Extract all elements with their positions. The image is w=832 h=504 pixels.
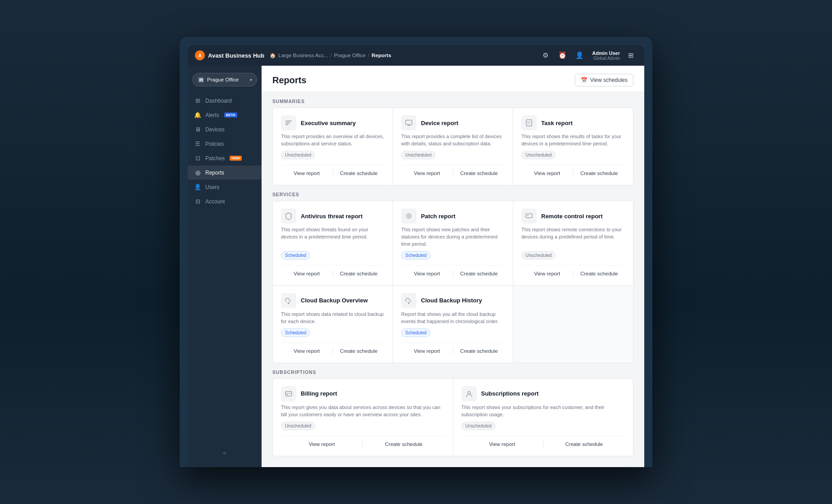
- device-report-icon: [401, 115, 416, 130]
- view-report-button[interactable]: View report: [281, 346, 333, 356]
- create-schedule-button[interactable]: Create schedule: [333, 169, 385, 178]
- user-role: Global Admin: [593, 56, 620, 61]
- sidebar-item-label: Policies: [205, 141, 224, 147]
- cloud-backup-history-desc: Report that shows you all the cloud back…: [401, 311, 505, 325]
- view-report-button[interactable]: View report: [461, 440, 543, 449]
- sidebar-item-account[interactable]: ⊟ Account: [188, 194, 262, 208]
- devices-icon: 🖥: [194, 126, 201, 133]
- new-badge: NEW: [230, 156, 242, 161]
- sidebar-item-users[interactable]: 👤 Users: [188, 180, 262, 194]
- status-badge-unscheduled: Unscheduled: [281, 422, 315, 430]
- create-schedule-button[interactable]: Create schedule: [543, 440, 625, 449]
- breadcrumb-account[interactable]: Large Business Acc...: [278, 53, 328, 58]
- patch-title: Patch report: [421, 213, 456, 220]
- antivirus-title: Antivirus threat report: [301, 213, 362, 220]
- cloud-backup-history-icon: [401, 293, 416, 308]
- main-header: Reports 📅 View schedules: [262, 66, 644, 92]
- view-report-button[interactable]: View report: [281, 169, 333, 178]
- create-schedule-button[interactable]: Create schedule: [453, 346, 505, 356]
- sidebar-item-dashboard[interactable]: ⊞ Dashboard: [188, 94, 262, 108]
- section-subscriptions-label: SUBSCRIPTIONS: [262, 363, 644, 378]
- executive-summary-title: Executive summary: [301, 120, 356, 126]
- executive-summary-actions: View report Create schedule: [281, 165, 384, 178]
- sidebar-item-devices[interactable]: 🖥 Devices: [188, 122, 262, 136]
- svg-rect-9: [285, 392, 292, 396]
- svg-rect-0: [285, 121, 292, 122]
- section-summaries-label: SUMMARIES: [262, 92, 644, 108]
- breadcrumb: 🏠 Large Business Acc... / Prague Office …: [270, 53, 534, 58]
- sidebar-item-label: Users: [205, 184, 219, 190]
- report-card-cloud-backup-overview: Cloud Backup Overview This report shows …: [273, 286, 393, 363]
- org-name: Prague Office: [207, 77, 239, 82]
- device-report-desc: This report provides a complete list of …: [401, 133, 505, 148]
- sidebar-item-reports[interactable]: ◎ Reports: [188, 166, 262, 180]
- svg-rect-5: [526, 120, 532, 126]
- device-report-actions: View report Create schedule: [401, 165, 505, 178]
- task-report-icon: [521, 115, 537, 130]
- create-schedule-button[interactable]: Create schedule: [574, 169, 625, 178]
- view-report-button[interactable]: View report: [281, 269, 333, 278]
- remote-control-desc: This report shows remote connections to …: [521, 226, 625, 248]
- create-schedule-button[interactable]: Create schedule: [333, 346, 385, 356]
- reports-icon: ◎: [194, 169, 201, 176]
- main-content: Reports 📅 View schedules SUMMARIES: [262, 66, 644, 467]
- sidebar-item-label: Reports: [205, 170, 224, 176]
- sidebar-item-label: Alerts: [205, 112, 219, 118]
- status-badge-scheduled: Scheduled: [401, 251, 430, 260]
- report-card-cloud-backup-history: Cloud Backup History Report that shows y…: [393, 286, 513, 363]
- user-icon[interactable]: 👤: [573, 49, 586, 62]
- settings-icon[interactable]: ⚙: [539, 49, 552, 62]
- brand-name: Avast Business Hub: [208, 52, 264, 59]
- sidebar-item-policies[interactable]: ☰ Policies: [188, 137, 262, 151]
- sidebar-collapse-button[interactable]: «: [188, 444, 262, 462]
- page-title: Reports: [272, 75, 307, 86]
- subscriptions-desc: This report shows your subscriptions for…: [461, 404, 625, 418]
- billing-actions: View report Create schedule: [281, 436, 445, 449]
- view-report-button[interactable]: View report: [281, 440, 362, 449]
- avast-logo: A: [195, 50, 205, 60]
- create-schedule-button[interactable]: Create schedule: [453, 169, 505, 178]
- device-report-title: Device report: [421, 120, 458, 126]
- sidebar-org-switcher[interactable]: 🏢 Prague Office ▾: [192, 73, 257, 86]
- alerts-icon: 🔔: [194, 112, 201, 118]
- sidebar-item-alerts[interactable]: 🔔 Alerts BETA: [188, 108, 262, 122]
- report-card-task-report: Task report This report shows the result…: [513, 108, 633, 185]
- report-card-empty: [513, 286, 633, 363]
- create-schedule-button[interactable]: Create schedule: [574, 269, 625, 278]
- view-report-button[interactable]: View report: [401, 269, 453, 278]
- svg-rect-2: [285, 124, 289, 125]
- users-icon: 👤: [194, 184, 201, 190]
- notifications-icon[interactable]: ⏰: [556, 49, 569, 62]
- billing-icon: [281, 386, 296, 401]
- create-schedule-button[interactable]: Create schedule: [363, 440, 444, 449]
- status-badge-unscheduled: Unscheduled: [521, 251, 556, 260]
- svg-rect-7: [526, 214, 532, 218]
- create-schedule-button[interactable]: Create schedule: [333, 269, 385, 278]
- sidebar: 🏢 Prague Office ▾ ⊞ Dashboard 🔔 Alerts B…: [188, 66, 262, 467]
- create-schedule-button[interactable]: Create schedule: [453, 269, 505, 278]
- report-card-remote-control: Remote control report This report shows …: [513, 201, 633, 285]
- cloud-backup-history-title: Cloud Backup History: [421, 297, 482, 304]
- dashboard-icon: ⊞: [194, 97, 201, 104]
- cloud-backup-history-actions: View report Create schedule: [401, 342, 505, 356]
- view-report-button[interactable]: View report: [521, 269, 573, 278]
- svg-rect-4: [407, 125, 410, 126]
- report-card-device-report: Device report This report provides a com…: [393, 108, 513, 185]
- cloud-backup-overview-actions: View report Create schedule: [281, 342, 384, 356]
- view-report-button[interactable]: View report: [401, 169, 453, 178]
- executive-summary-icon: [281, 115, 296, 130]
- view-report-button[interactable]: View report: [401, 346, 453, 356]
- cloud-backup-overview-icon: [281, 293, 296, 308]
- billing-title: Billing report: [301, 390, 337, 397]
- svg-rect-10: [286, 394, 288, 395]
- menu-icon[interactable]: ⊞: [624, 49, 637, 62]
- executive-summary-desc: This report provides an overview of all …: [281, 133, 384, 148]
- chevron-down-icon: ▾: [250, 77, 252, 82]
- svg-rect-8: [527, 215, 529, 216]
- breadcrumb-office[interactable]: Prague Office: [334, 53, 366, 58]
- summaries-grid: Executive summary This report provides a…: [272, 108, 633, 185]
- sidebar-item-patches[interactable]: ⊡ Patches NEW: [188, 151, 262, 165]
- app-layout: 🏢 Prague Office ▾ ⊞ Dashboard 🔔 Alerts B…: [188, 66, 644, 467]
- view-schedules-button[interactable]: 📅 View schedules: [575, 74, 633, 86]
- view-report-button[interactable]: View report: [521, 169, 573, 178]
